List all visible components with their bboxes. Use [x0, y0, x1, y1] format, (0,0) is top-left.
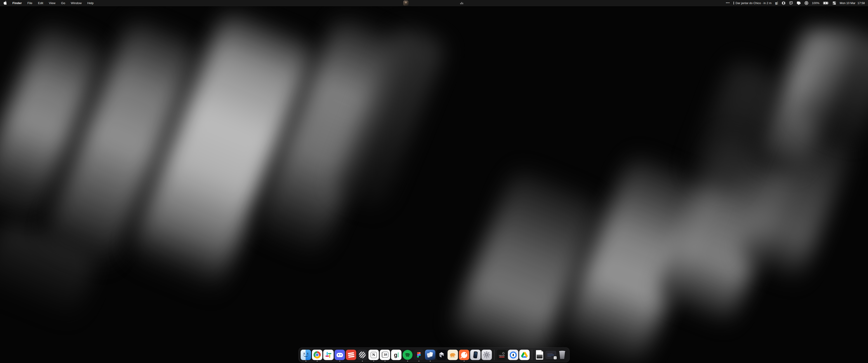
raycast-underline — [499, 357, 504, 357]
running-indicator — [339, 361, 340, 362]
dock: N 10 g — [298, 348, 569, 362]
raycast-diamond — [502, 352, 504, 355]
running-indicator — [373, 361, 374, 362]
dock-icon-1password[interactable] — [508, 350, 518, 360]
menubar-overflow-icon[interactable]: ••• — [726, 1, 730, 4]
event-text: Dar jantar do Chico · in 2 m — [736, 1, 772, 5]
dock-icon-slack[interactable] — [323, 350, 334, 360]
dock-divider — [494, 350, 494, 360]
dock-icon-finder[interactable] — [301, 350, 311, 360]
dock-icon-spotify[interactable] — [402, 350, 413, 360]
menu-help[interactable]: Help — [87, 1, 94, 5]
menu-edit[interactable]: Edit — [38, 1, 43, 5]
display-icon[interactable] — [797, 1, 801, 5]
raycast-label: raycast — [499, 355, 504, 356]
dock-icon-elephant-app[interactable] — [447, 350, 458, 360]
dock-icon-trash[interactable] — [557, 350, 567, 360]
menu-view[interactable]: View — [49, 1, 55, 5]
dock-minimized-window[interactable]: 11 — [546, 350, 556, 360]
battery-icon[interactable] — [823, 2, 829, 4]
running-indicator — [418, 361, 419, 362]
running-indicator — [407, 361, 408, 362]
menu-bar: Finder File Edit View Go Window Help •••… — [0, 0, 868, 6]
dock-icon-iphone-mirroring[interactable] — [470, 350, 480, 360]
dock-icon-notion-calendar[interactable]: 10 — [380, 350, 390, 360]
dock-icon-discord[interactable] — [335, 350, 345, 360]
dock-divider — [532, 350, 532, 360]
dock-document-file[interactable] — [534, 350, 545, 360]
dock-icon-black-3d-app[interactable] — [436, 350, 447, 360]
running-indicator — [362, 361, 363, 362]
menu-app-name[interactable]: Finder — [12, 1, 22, 5]
menubar-date: Mon 10 Mar — [840, 1, 855, 5]
pick-swoosh-icon[interactable] — [789, 1, 793, 5]
dock-icon-linear[interactable] — [357, 350, 368, 360]
dock-icon-raycast[interactable]: raycast — [497, 350, 507, 360]
camera-preview-icon[interactable] — [403, 0, 408, 6]
battery-percent: 100% — [812, 1, 819, 5]
dock-icon-figma[interactable] — [414, 350, 424, 360]
menubar-clock[interactable]: Mon 10 Mar 17:58 — [840, 1, 865, 5]
event-color-bar — [734, 2, 734, 4]
running-indicator — [384, 361, 385, 362]
dock-icon-granola[interactable]: g — [391, 350, 401, 360]
menu-file[interactable]: File — [27, 1, 32, 5]
flower-gear-icon[interactable] — [782, 1, 785, 5]
dock-icon-postman[interactable] — [459, 350, 469, 360]
dock-icon-chrome[interactable] — [312, 350, 322, 360]
menu-window[interactable]: Window — [71, 1, 82, 5]
dock-icon-google-drive[interactable] — [519, 350, 530, 360]
running-indicator — [305, 361, 306, 362]
running-indicator — [317, 361, 318, 362]
menu-go[interactable]: Go — [61, 1, 65, 5]
minimized-window-badge: 11 — [554, 356, 557, 359]
desktop-wallpaper — [0, 0, 868, 363]
apple-menu-icon[interactable] — [4, 1, 7, 5]
control-center-icon[interactable] — [833, 1, 836, 5]
dock-icon-notion[interactable]: N — [368, 350, 379, 360]
calendar-event-item[interactable]: Dar jantar do Chico · in 2 m — [734, 1, 772, 5]
running-indicator — [464, 361, 465, 362]
dock-icon-system-settings[interactable] — [482, 350, 492, 360]
menubar-time: 17:58 — [857, 1, 865, 5]
running-indicator — [430, 361, 431, 362]
dock-icon-todoist[interactable] — [346, 350, 356, 360]
1password-icon[interactable] — [804, 1, 808, 5]
equalizer-icon[interactable] — [460, 2, 463, 4]
dock-icon-blue-windows-app[interactable] — [425, 350, 435, 360]
granola-icon[interactable]: g| — [775, 1, 778, 5]
